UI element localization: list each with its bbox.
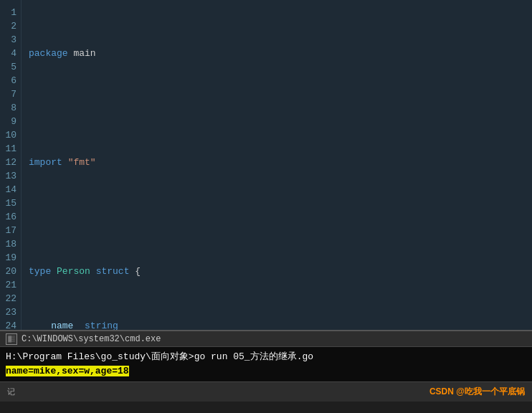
- code-line-5: type Person struct {: [29, 265, 525, 278]
- code-container: 12345 678910 1112131415 1617181920 21222…: [0, 0, 532, 330]
- code-line-1: package main: [29, 47, 525, 60]
- terminal-output-line: name=mike,sex=w,age=18: [6, 364, 526, 379]
- code-line-6: name string: [29, 319, 525, 330]
- footer-left-label: 记: [7, 386, 15, 397]
- terminal-output: name=mike,sex=w,age=18: [6, 366, 129, 376]
- terminal-area: ▓▒ C:\WINDOWS\system32\cmd.exe H:\Progra…: [0, 330, 532, 381]
- code-line-4: [29, 210, 525, 224]
- terminal-titlebar: ▓▒ C:\WINDOWS\system32\cmd.exe: [0, 331, 532, 347]
- line-numbers: 12345 678910 1112131415 1617181920 21222…: [0, 0, 22, 330]
- terminal-icon: ▓▒: [6, 333, 17, 345]
- editor-area: 12345 678910 1112131415 1617181920 21222…: [0, 0, 532, 330]
- terminal-title: C:\WINDOWS\system32\cmd.exe: [22, 334, 161, 344]
- terminal-body: H:\Program Files\go_study\面向对象>go run 05…: [0, 347, 532, 381]
- footer-bar: 记 CSDN @吃我一个平底锅: [0, 381, 532, 402]
- footer-right-label: CSDN @吃我一个平底锅: [429, 386, 525, 398]
- code-content: package main import "fmt" type Person st…: [22, 0, 532, 330]
- code-line-2: [29, 101, 525, 115]
- code-line-3: import "fmt": [29, 156, 525, 169]
- terminal-cmd: H:\Program Files\go_study\面向对象>go run 05…: [6, 350, 526, 364]
